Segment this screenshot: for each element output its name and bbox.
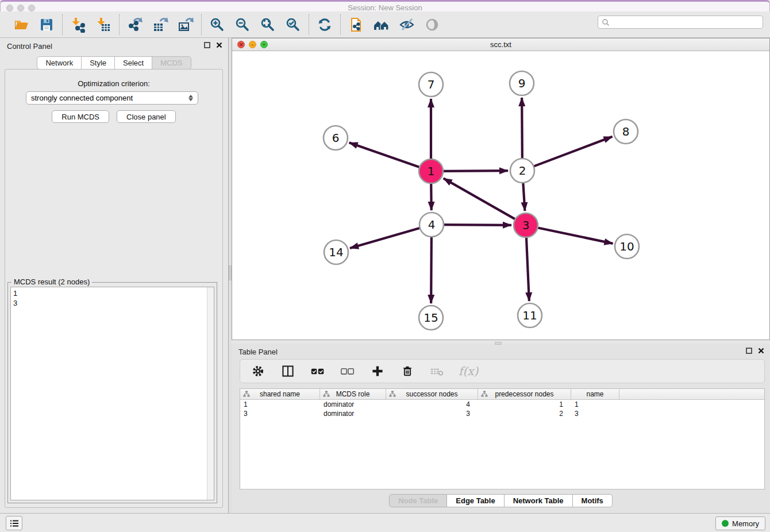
table-row[interactable]: 1 dominator 4 1 1	[240, 400, 764, 409]
import-table-icon[interactable]	[95, 16, 112, 33]
zoom-fit-icon[interactable]	[259, 16, 276, 33]
function-builder-icon-disabled: f(x)	[459, 364, 478, 378]
table-panel: Table Panel f(x)	[232, 344, 770, 513]
search-box[interactable]	[598, 16, 763, 29]
zoom-selected-icon[interactable]	[284, 16, 302, 33]
disabled-eye-icon	[424, 16, 441, 33]
cell-predecessor-nodes[interactable]: 2	[478, 409, 571, 418]
column-header-mcds-role[interactable]: MCDS role	[320, 389, 386, 399]
cell-shared-name[interactable]: 3	[240, 409, 320, 418]
table-panel-tabs: Node Table Edge Table Network Table Moti…	[232, 494, 770, 507]
session-home-icon[interactable]	[373, 16, 390, 33]
cell-name[interactable]: 3	[571, 409, 619, 418]
task-history-button[interactable]	[6, 516, 22, 530]
graph-node-label: 3	[522, 218, 530, 232]
delete-table-icon-disabled	[429, 363, 446, 380]
tab-edge-table[interactable]: Edge Table	[447, 494, 504, 507]
deselect-all-columns-icon[interactable]	[339, 363, 356, 380]
select-all-columns-icon[interactable]	[309, 363, 326, 380]
optimization-criterion-label: Optimization criterion:	[5, 79, 222, 88]
graph-node-label: 11	[522, 309, 537, 322]
export-table-icon[interactable]	[152, 16, 169, 33]
select-spinner-icon	[188, 95, 193, 101]
cell-predecessor-nodes[interactable]: 1	[478, 400, 571, 409]
network-canvas[interactable]: 1234678910111415	[232, 51, 769, 340]
table-header-row: shared name MCDS role successor nodes pr…	[240, 389, 764, 400]
graph-edge-3-10[interactable]	[536, 228, 613, 244]
graph-edge-2-3[interactable]	[523, 181, 525, 211]
table-toolbar: f(x)	[240, 359, 765, 383]
graph-node-label: 2	[519, 164, 526, 178]
column-header-name[interactable]: name	[571, 389, 619, 399]
cell-successor-nodes[interactable]: 4	[386, 400, 478, 409]
graph-edge-4-14[interactable]	[350, 228, 422, 248]
table-row[interactable]: 3 dominator 3 2 3	[240, 409, 764, 418]
optimization-criterion-select[interactable]: strongly connected component	[26, 91, 198, 105]
zoom-out-icon[interactable]	[234, 16, 251, 33]
zoom-in-icon[interactable]	[209, 16, 226, 33]
graph-edge-4-3[interactable]	[442, 225, 511, 225]
memory-status-icon	[722, 520, 729, 527]
show-column-panel-icon[interactable]	[279, 363, 297, 380]
column-header-shared-name[interactable]: shared name	[240, 389, 320, 399]
column-header-predecessor-nodes[interactable]: predecessor nodes	[478, 389, 571, 399]
graph-edge-1-2[interactable]	[441, 171, 508, 171]
optimization-criterion-value: strongly connected component	[31, 94, 133, 102]
float-table-panel-icon[interactable]	[746, 348, 752, 354]
mcds-tab-content: Optimization criterion: strongly connect…	[5, 69, 223, 508]
network-window-title: scc.txt	[232, 40, 769, 49]
tab-style[interactable]: Style	[82, 56, 115, 70]
show-hide-graphics-icon[interactable]	[398, 16, 415, 33]
refresh-icon[interactable]	[316, 16, 333, 33]
memory-button[interactable]: Memory	[715, 516, 765, 530]
cell-shared-name[interactable]: 1	[240, 400, 320, 409]
network-window-titlebar[interactable]: ✕ − + scc.txt	[232, 38, 769, 51]
status-bar: Memory	[0, 513, 770, 532]
graph-node-label: 9	[518, 76, 526, 90]
control-panel: Control Panel Network Style Select MCDS …	[0, 38, 228, 513]
close-panel-icon[interactable]	[216, 42, 222, 48]
graph-edge-4-15[interactable]	[431, 235, 432, 303]
open-file-icon[interactable]	[13, 16, 30, 33]
tab-network-table[interactable]: Network Table	[505, 494, 573, 507]
save-session-icon[interactable]	[38, 16, 55, 33]
float-panel-icon[interactable]	[204, 42, 210, 48]
column-header-successor-nodes[interactable]: successor nodes	[386, 389, 478, 399]
graph-edge-3-11[interactable]	[526, 236, 529, 301]
export-image-icon[interactable]	[177, 16, 194, 33]
column-type-icon	[323, 391, 330, 398]
table-settings-icon[interactable]	[249, 363, 267, 380]
tab-node-table[interactable]: Node Table	[389, 494, 447, 507]
graph-edge-3-1[interactable]	[444, 178, 517, 220]
import-network-icon[interactable]	[70, 16, 87, 33]
run-mcds-button[interactable]: Run MCDS	[52, 110, 109, 123]
create-column-icon[interactable]	[369, 363, 386, 380]
graph-edge-2-9[interactable]	[522, 98, 522, 160]
export-network-icon[interactable]	[126, 16, 144, 33]
search-icon	[602, 18, 610, 26]
list-icon	[10, 519, 19, 527]
cell-name[interactable]: 1	[571, 400, 619, 409]
graph-edge-1-6[interactable]	[349, 142, 421, 168]
graph-edge-2-8[interactable]	[532, 137, 613, 167]
cell-mcds-role[interactable]: dominator	[320, 409, 386, 418]
graph-node-label: 8	[622, 125, 630, 138]
network-graph[interactable]: 1234678910111415	[232, 51, 769, 340]
tab-mcds[interactable]: MCDS	[152, 56, 191, 70]
duplicate-network-icon[interactable]	[348, 16, 365, 33]
search-input[interactable]	[610, 18, 759, 26]
cell-mcds-role[interactable]: dominator	[320, 400, 386, 409]
tab-motifs[interactable]: Motifs	[573, 494, 613, 507]
close-table-panel-icon[interactable]	[758, 348, 764, 354]
horizontal-split-gripper[interactable]	[495, 342, 502, 345]
tab-network[interactable]: Network	[37, 56, 82, 70]
tab-select[interactable]: Select	[115, 56, 152, 70]
graph-edge-1-4[interactable]	[431, 182, 432, 210]
column-type-icon	[389, 391, 396, 398]
delete-column-icon[interactable]	[399, 363, 416, 380]
close-panel-button[interactable]: Close panel	[117, 110, 176, 123]
graph-node-label: 1	[428, 164, 435, 178]
cell-successor-nodes[interactable]: 3	[386, 409, 478, 418]
mcds-result-scrollbar[interactable]	[207, 287, 214, 500]
mcds-result-text[interactable]: 1 3	[10, 287, 214, 500]
